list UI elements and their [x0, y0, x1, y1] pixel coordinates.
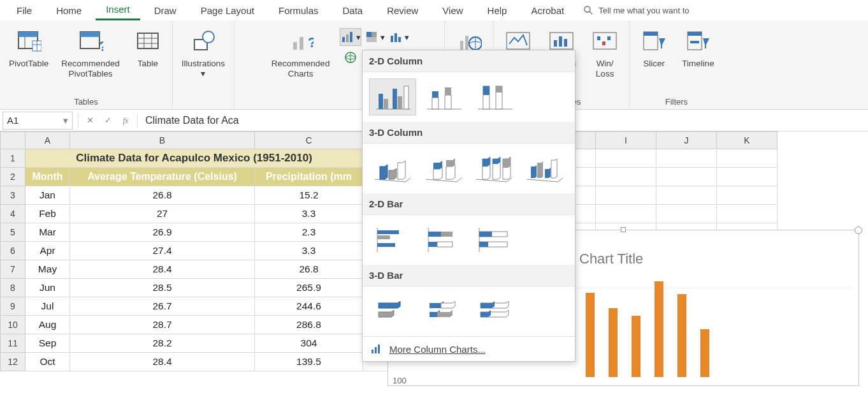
- 3d-clustered-bar-option[interactable]: [369, 293, 416, 330]
- cell[interactable]: 28.7: [70, 316, 255, 334]
- row-header[interactable]: 5: [0, 223, 25, 242]
- timeline-button[interactable]: Timeline: [679, 24, 717, 70]
- cell[interactable]: 3.3: [255, 242, 363, 260]
- 3d-100-stacked-column-option[interactable]: [471, 150, 518, 187]
- stacked-bar-option[interactable]: [420, 221, 467, 258]
- cell[interactable]: 28.5: [70, 279, 255, 297]
- cell[interactable]: [656, 205, 717, 223]
- cell[interactable]: 26.7: [70, 297, 255, 316]
- cell[interactable]: 27: [70, 205, 255, 223]
- cell[interactable]: 28.4: [70, 353, 255, 371]
- cell[interactable]: [596, 205, 656, 223]
- cell[interactable]: 26.8: [70, 186, 255, 205]
- cell[interactable]: 26.8: [255, 260, 363, 279]
- 100-stacked-bar-option[interactable]: [471, 221, 518, 258]
- cell[interactable]: Mar: [25, 223, 70, 242]
- cell[interactable]: [717, 186, 778, 205]
- row-header[interactable]: 7: [0, 260, 25, 279]
- tab-help[interactable]: Help: [477, 1, 517, 20]
- cell[interactable]: [596, 168, 656, 186]
- resize-handle[interactable]: [621, 227, 626, 232]
- tab-draw[interactable]: Draw: [144, 1, 187, 20]
- maps-button[interactable]: [340, 48, 361, 66]
- name-box[interactable]: A1 ▾: [3, 112, 73, 130]
- cell[interactable]: [656, 168, 717, 186]
- tab-view[interactable]: View: [432, 1, 473, 20]
- row-header[interactable]: 6: [0, 242, 25, 260]
- cell[interactable]: 28.2: [70, 334, 255, 353]
- cell[interactable]: [717, 149, 778, 168]
- row-header[interactable]: 11: [0, 334, 25, 353]
- column-header[interactable]: K: [717, 131, 778, 149]
- row-header[interactable]: 9: [0, 297, 25, 316]
- cell[interactable]: [656, 149, 717, 168]
- row-header[interactable]: 1: [0, 149, 25, 168]
- tab-data[interactable]: Data: [332, 1, 373, 20]
- cell[interactable]: 265.9: [255, 279, 363, 297]
- cell[interactable]: Jan: [25, 186, 70, 205]
- fx-button[interactable]: fx: [117, 112, 134, 130]
- cell[interactable]: Aug: [25, 316, 70, 334]
- cell[interactable]: 304: [255, 334, 363, 353]
- row-header[interactable]: 4: [0, 205, 25, 223]
- resize-handle[interactable]: [855, 226, 862, 234]
- row-header[interactable]: 10: [0, 316, 25, 334]
- tab-file[interactable]: File: [6, 1, 42, 20]
- 3d-100-stacked-bar-option[interactable]: [471, 293, 518, 330]
- cell[interactable]: 244.6: [255, 297, 363, 316]
- cell[interactable]: 286.8: [255, 316, 363, 334]
- tab-insert[interactable]: Insert: [96, 0, 140, 20]
- cell[interactable]: 139.5: [255, 353, 363, 371]
- cell[interactable]: May: [25, 260, 70, 279]
- cell[interactable]: 27.4: [70, 242, 255, 260]
- tab-acrobat[interactable]: Acrobat: [521, 1, 574, 20]
- enter-formula-button[interactable]: ✓: [99, 112, 117, 130]
- illustrations-button[interactable]: Illustrations▾: [179, 24, 228, 80]
- statistic-chart-button[interactable]: ▾: [388, 28, 410, 46]
- tab-page-layout[interactable]: Page Layout: [191, 1, 264, 20]
- column-header[interactable]: I: [596, 131, 656, 149]
- tab-review[interactable]: Review: [377, 1, 428, 20]
- recommended-charts-button[interactable]: ? Recommended Charts: [269, 24, 333, 80]
- more-column-charts-link[interactable]: More Column Charts...: [363, 336, 575, 361]
- cell[interactable]: Jun: [25, 279, 70, 297]
- cell[interactable]: Average Temperature (Celsius): [70, 168, 255, 186]
- cancel-formula-button[interactable]: ✕: [81, 112, 99, 130]
- cell[interactable]: Oct: [25, 353, 70, 371]
- cell[interactable]: 26.9: [70, 223, 255, 242]
- clustered-bar-option[interactable]: [369, 221, 416, 258]
- chart-title[interactable]: Chart Title: [579, 251, 643, 267]
- cell[interactable]: Feb: [25, 205, 70, 223]
- hierarchy-chart-button[interactable]: ▾: [364, 28, 386, 46]
- slicer-button[interactable]: Slicer: [636, 24, 672, 70]
- table-button[interactable]: Table: [130, 24, 166, 70]
- cell[interactable]: 3.3: [255, 205, 363, 223]
- stacked-column-option[interactable]: [420, 78, 467, 115]
- cell[interactable]: [596, 186, 656, 205]
- 100-stacked-column-option[interactable]: [471, 78, 518, 115]
- 3d-stacked-column-option[interactable]: [420, 150, 467, 187]
- cell[interactable]: Climate Data for Acapulco Mexico (1951-2…: [25, 149, 363, 168]
- 3d-column-option[interactable]: [521, 150, 568, 187]
- row-header[interactable]: 12: [0, 353, 25, 371]
- cell[interactable]: [717, 168, 778, 186]
- tab-formulas[interactable]: Formulas: [268, 1, 329, 20]
- cell[interactable]: 28.4: [70, 260, 255, 279]
- row-header[interactable]: 8: [0, 279, 25, 297]
- cell[interactable]: Precipitation (mm: [255, 168, 363, 186]
- row-header[interactable]: 2: [0, 168, 25, 186]
- tab-home[interactable]: Home: [46, 1, 92, 20]
- pivottable-button[interactable]: PivotTable: [6, 24, 51, 70]
- cell[interactable]: Sep: [25, 334, 70, 353]
- column-header[interactable]: C: [255, 131, 363, 149]
- cell[interactable]: 15.2: [255, 186, 363, 205]
- column-chart-button[interactable]: ▾: [340, 28, 361, 46]
- row-header[interactable]: 3: [0, 186, 25, 205]
- cell[interactable]: Jul: [25, 297, 70, 316]
- clustered-column-option[interactable]: [369, 78, 416, 115]
- cell[interactable]: [656, 186, 717, 205]
- cell[interactable]: [717, 205, 778, 223]
- column-header[interactable]: J: [656, 131, 717, 149]
- select-all-corner[interactable]: [0, 131, 25, 149]
- 3d-stacked-bar-option[interactable]: [420, 293, 467, 330]
